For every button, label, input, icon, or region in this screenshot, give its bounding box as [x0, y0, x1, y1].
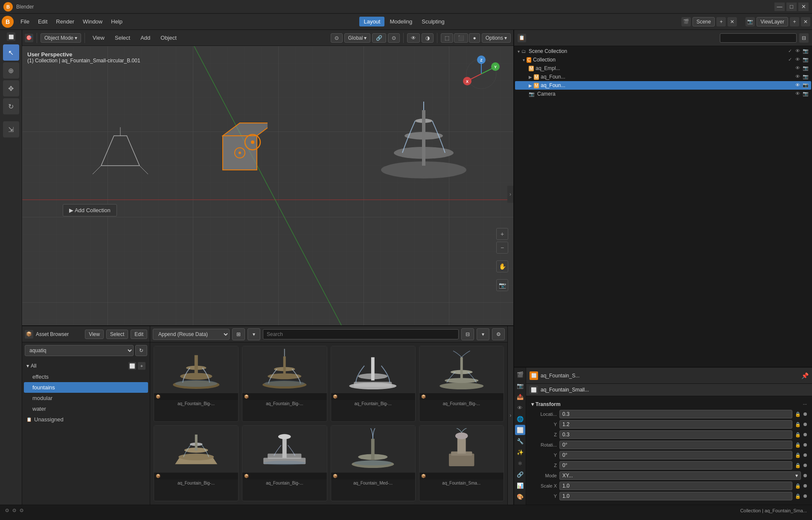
- xray-toggle[interactable]: ◑: [422, 33, 434, 43]
- pivot-dropdown[interactable]: ⊙: [331, 33, 343, 43]
- rotation-y-lock[interactable]: 🔒: [795, 452, 801, 458]
- scene-remove-btn[interactable]: ✕: [728, 17, 737, 26]
- location-x-value[interactable]: 0.3: [559, 410, 792, 418]
- overlay-dropdown[interactable]: 👁: [407, 33, 420, 43]
- toolbar-add[interactable]: Add: [136, 33, 154, 43]
- tab-sculpting[interactable]: Sculpting: [417, 17, 448, 26]
- transform-title[interactable]: ▾ Transform ···: [531, 400, 807, 409]
- coll-check[interactable]: ✓: [788, 57, 794, 63]
- zoom-out-btn[interactable]: −: [496, 242, 508, 254]
- particles-props-icon[interactable]: ✨: [515, 447, 525, 457]
- render-toggle[interactable]: 👁: [795, 48, 801, 54]
- shading-wire[interactable]: ⬚: [441, 33, 453, 43]
- asset-card-6[interactable]: 📦 aq_Fountain_Big-...: [242, 425, 327, 501]
- menu-file[interactable]: File: [16, 17, 34, 26]
- proportional-edit[interactable]: ⊙: [388, 33, 400, 43]
- minimize-button[interactable]: —: [774, 3, 785, 11]
- catalog-effects[interactable]: effects: [24, 371, 148, 382]
- asset-card-4[interactable]: 📦 aq_Fountain_Big-...: [419, 346, 504, 422]
- snap-dropdown[interactable]: 🔗: [372, 33, 386, 43]
- maximize-button[interactable]: □: [786, 3, 797, 11]
- scale-x-lock[interactable]: 🔒: [795, 483, 801, 489]
- menu-render[interactable]: Render: [52, 17, 79, 26]
- catalog-fountains[interactable]: fountains: [24, 382, 148, 393]
- editor-icon[interactable]: 🎯: [25, 34, 33, 42]
- cursor-tool[interactable]: ⊕: [3, 62, 19, 79]
- menu-help[interactable]: Help: [107, 17, 127, 26]
- asset-card-5[interactable]: 📦 aq_Fountain_Big-...: [154, 425, 239, 501]
- location-y-value[interactable]: 1.2: [559, 420, 792, 429]
- scene-dropdown[interactable]: Scene: [693, 17, 715, 26]
- asset-card-7[interactable]: 📦 aq_Fountain_Med-...: [331, 425, 416, 501]
- right-collapse-btn[interactable]: ›: [507, 326, 513, 505]
- append-dropdown[interactable]: Append (Reuse Data): [153, 329, 230, 340]
- viewlayer-remove-btn[interactable]: ✕: [801, 17, 810, 26]
- filter-arrow[interactable]: ▾: [477, 328, 489, 340]
- rotation-z-value[interactable]: 0°: [559, 461, 792, 470]
- asset-card-8[interactable]: 📦 aq_Fountain_Sma...: [419, 425, 504, 501]
- catalog-modular[interactable]: modular: [24, 393, 148, 403]
- asset-search[interactable]: [263, 329, 459, 339]
- nav-gizmo[interactable]: Z Y X: [462, 55, 501, 94]
- move-tool[interactable]: ✥: [3, 80, 19, 96]
- scale-y-value[interactable]: 1.0: [559, 492, 792, 500]
- catalog-all[interactable]: ▾ All ⬜ +: [24, 360, 148, 371]
- outliner-filter[interactable]: ⊟: [799, 33, 809, 43]
- mode-dropdown[interactable]: Object Mode ▾: [41, 33, 81, 43]
- rotation-x-value[interactable]: 0°: [559, 441, 792, 449]
- options-dropdown[interactable]: Options ▾: [482, 33, 511, 43]
- data-props-icon[interactable]: 📊: [515, 480, 525, 491]
- object-props-icon[interactable]: ⬜: [515, 425, 525, 435]
- 3d-viewport[interactable]: User Perspective (1) Collection | aq_Fou…: [22, 46, 513, 325]
- render-props-icon[interactable]: 📷: [515, 380, 525, 391]
- zoom-in-btn[interactable]: +: [496, 228, 508, 240]
- add-collection-btn[interactable]: ▶ Add Collection: [63, 204, 117, 216]
- close-button[interactable]: ✕: [798, 3, 809, 11]
- output-props-icon[interactable]: 📤: [515, 391, 525, 402]
- cam-vis[interactable]: 👁: [795, 91, 801, 97]
- location-y-lock[interactable]: 🔒: [795, 421, 801, 427]
- layout-list[interactable]: ▾: [247, 328, 260, 340]
- panel-collapse-btn[interactable]: ›: [507, 186, 513, 203]
- blender-menu-logo[interactable]: B: [2, 16, 14, 28]
- edit-btn[interactable]: Edit: [131, 330, 147, 339]
- scene-collection-row[interactable]: ▾ 🗂 Scene Collection ✓ 👁 📷: [515, 47, 811, 56]
- scene-props-icon[interactable]: 🎬: [515, 369, 525, 380]
- world-props-icon[interactable]: 🌐: [515, 414, 525, 424]
- asset-card-3[interactable]: 📦 aq_Fountain_Big-...: [331, 346, 416, 422]
- pin-icon[interactable]: 📌: [801, 372, 809, 379]
- empl-cam[interactable]: 📷: [803, 65, 809, 71]
- camera-btn[interactable]: 📷: [496, 279, 508, 291]
- menu-edit[interactable]: Edit: [34, 17, 52, 26]
- shading-render[interactable]: ●: [469, 33, 480, 43]
- visibility-toggle[interactable]: ✓: [788, 48, 794, 54]
- material-props-icon[interactable]: 🎨: [515, 491, 525, 502]
- rotation-z-lock[interactable]: 🔒: [795, 462, 801, 468]
- physics-props-icon[interactable]: ⚛: [515, 458, 525, 468]
- viewlayer-add-btn[interactable]: +: [790, 17, 799, 26]
- outliner-search[interactable]: [720, 33, 797, 43]
- asset-card-1[interactable]: 📦 aq_Fountain_Big-...: [154, 346, 239, 422]
- view-btn[interactable]: View: [85, 330, 104, 339]
- foun1-cam[interactable]: 📷: [803, 74, 809, 80]
- cam-render[interactable]: 📷: [803, 91, 809, 97]
- asset-card-2[interactable]: 📦 aq_Fountain_Big-...: [242, 346, 327, 422]
- add-catalog-btn[interactable]: +: [138, 362, 146, 370]
- location-z-lock[interactable]: 🔒: [795, 432, 801, 438]
- rotation-y-value[interactable]: 0°: [559, 451, 792, 459]
- tab-modeling[interactable]: Modeling: [385, 17, 416, 26]
- select-btn[interactable]: Select: [106, 330, 128, 339]
- rotate-tool[interactable]: ↻: [3, 98, 19, 114]
- view-props-icon[interactable]: 👁: [515, 403, 525, 413]
- shading-solid[interactable]: ⬛: [454, 33, 468, 43]
- menu-window[interactable]: Window: [79, 17, 107, 26]
- pan-btn[interactable]: ✋: [496, 260, 508, 272]
- scale-tool[interactable]: ⇲: [3, 121, 19, 137]
- catalog-water[interactable]: water: [24, 403, 148, 414]
- aq-foun1-row[interactable]: ▶ M aq_Foun... 👁 📷: [515, 73, 811, 81]
- catalog-unassigned[interactable]: 📋 Unassigned: [24, 414, 148, 425]
- library-dropdown[interactable]: aquatiq: [25, 345, 134, 356]
- coll-vis[interactable]: 👁: [795, 57, 801, 63]
- camera-row[interactable]: 📷 Camera 👁 📷: [515, 90, 811, 98]
- render-camera[interactable]: 📷: [803, 48, 809, 54]
